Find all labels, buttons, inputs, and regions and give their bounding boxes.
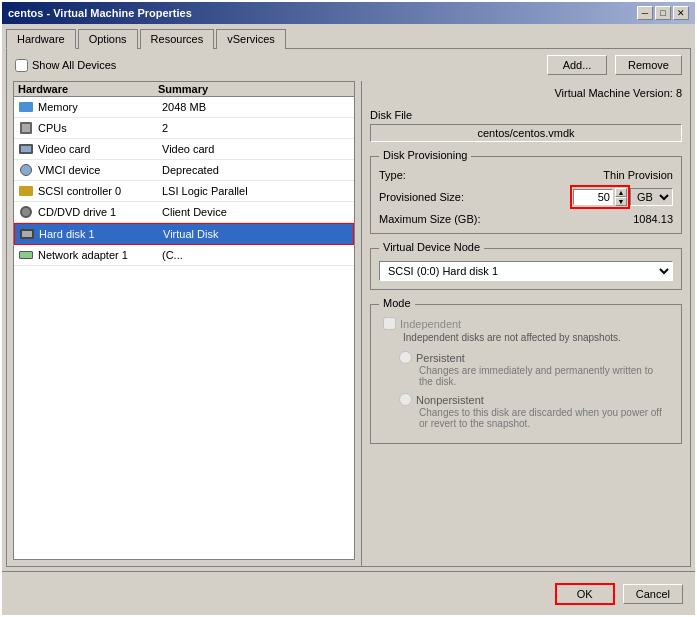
show-all-devices-text: Show All Devices [32,59,116,71]
tab-options[interactable]: Options [78,29,138,49]
independent-desc: Independent disks are not affected by sn… [403,332,669,343]
mode-label: Mode [379,297,415,309]
vm-version-label: Virtual Machine Version: 8 [554,87,682,99]
type-label: Type: [379,169,406,181]
tab-resources[interactable]: Resources [140,29,215,49]
vdn-group: Virtual Device Node SCSI (0:0) Hard disk… [370,248,682,290]
hw-row-summary: Client Device [162,206,350,218]
spin-buttons: ▲ ▼ [615,188,627,206]
persistent-label: Persistent [416,352,465,364]
toolbar: Show All Devices Add... Remove [7,49,690,81]
table-row[interactable]: Memory 2048 MB [14,97,354,118]
provision-size-row: Provisioned Size: ▲ ▼ GB MB TB [379,185,673,209]
independent-label: Independent [400,318,461,330]
persistent-radio[interactable] [399,351,412,364]
disk-file-group: Disk File centos/centos.vmdk [370,109,682,142]
hw-row-name: Video card [38,143,162,155]
max-size-label: Maximum Size (GB): [379,213,480,225]
nonpersistent-option: Nonpersistent [399,393,669,406]
persistent-option: Persistent [399,351,669,364]
tab-hardware[interactable]: Hardware [6,29,76,49]
spin-up-button[interactable]: ▲ [615,188,627,197]
table-row[interactable]: Video card Video card [14,139,354,160]
type-value: Thin Provision [603,169,673,181]
table-row[interactable]: CD/DVD drive 1 Client Device [14,202,354,223]
vmci-icon [18,162,34,178]
hw-row-summary: Video card [162,143,350,155]
ok-button[interactable]: OK [555,583,615,605]
nonpersistent-label: Nonpersistent [416,394,484,406]
disk-file-value: centos/centos.vmdk [370,124,682,142]
mode-group: Mode Independent Independent disks are n… [370,304,682,444]
disk-provisioning-group: Disk Provisioning Type: Thin Provision P… [370,156,682,234]
title-bar: centos - Virtual Machine Properties ─ □ … [2,2,695,24]
tab-vservices[interactable]: vServices [216,29,286,49]
close-button[interactable]: ✕ [673,6,689,20]
persistent-desc: Changes are immediately and permanently … [419,365,669,387]
minimize-button[interactable]: ─ [637,6,653,20]
table-row[interactable]: VMCI device Deprecated [14,160,354,181]
cancel-button[interactable]: Cancel [623,584,683,604]
table-header: Hardware Summary [14,82,354,97]
memory-icon [18,99,34,115]
maximize-button[interactable]: □ [655,6,671,20]
window-title: centos - Virtual Machine Properties [8,7,192,19]
main-window: centos - Virtual Machine Properties ─ □ … [0,0,697,617]
provision-size-label: Provisioned Size: [379,191,570,203]
show-all-devices-checkbox[interactable] [15,59,28,72]
unit-select[interactable]: GB MB TB [630,188,673,206]
hw-row-summary: 2 [162,122,350,134]
hw-row-name: Network adapter 1 [38,249,162,261]
table-row[interactable]: Hard disk 1 Virtual Disk [14,223,354,245]
provisioned-size-input-group: ▲ ▼ [570,185,630,209]
independent-checkbox[interactable] [383,317,396,330]
hdd-icon [19,226,35,242]
dvd-icon [18,204,34,220]
nic-icon [18,247,34,263]
left-pane: Hardware Summary Memory 2048 MB CPUs 2 V… [7,81,362,566]
hw-row-name: Memory [38,101,162,113]
main-content: Show All Devices Add... Remove Hardware … [6,48,691,567]
type-row: Type: Thin Provision [379,169,673,181]
display-icon [18,141,34,157]
tabs-bar: Hardware Options Resources vServices [2,24,695,48]
hw-row-name: Hard disk 1 [39,228,163,240]
independent-row: Independent [383,317,669,330]
split-pane: Hardware Summary Memory 2048 MB CPUs 2 V… [7,81,690,566]
table-row[interactable]: CPUs 2 [14,118,354,139]
vdn-select[interactable]: SCSI (0:0) Hard disk 1 [379,261,673,281]
hw-row-name: SCSI controller 0 [38,185,162,197]
remove-button[interactable]: Remove [615,55,682,75]
cpu-icon [18,120,34,136]
table-row[interactable]: Network adapter 1 (C... [14,245,354,266]
hw-row-name: CD/DVD drive 1 [38,206,162,218]
provisioned-size-input[interactable] [573,189,613,205]
add-button[interactable]: Add... [547,55,607,75]
nonpersistent-desc: Changes to this disk are discarded when … [419,407,669,429]
vdn-label: Virtual Device Node [379,241,484,253]
disk-file-label: Disk File [370,109,412,121]
hw-row-summary: Deprecated [162,164,350,176]
nonpersistent-radio[interactable] [399,393,412,406]
max-size-row: Maximum Size (GB): 1084.13 [379,213,673,225]
hw-row-name: VMCI device [38,164,162,176]
col-summary: Summary [158,83,350,95]
hw-row-name: CPUs [38,122,162,134]
right-pane: Virtual Machine Version: 8 Disk File cen… [362,81,690,566]
hw-row-summary: Virtual Disk [163,228,349,240]
table-row[interactable]: SCSI controller 0 LSI Logic Parallel [14,181,354,202]
hw-row-summary: (C... [162,249,350,261]
hw-row-summary: LSI Logic Parallel [162,185,350,197]
show-all-devices-label[interactable]: Show All Devices [15,59,116,72]
hw-row-summary: 2048 MB [162,101,350,113]
max-size-value: 1084.13 [633,213,673,225]
title-bar-buttons: ─ □ ✕ [637,6,689,20]
spin-down-button[interactable]: ▼ [615,197,627,206]
scsi-icon [18,183,34,199]
bottom-bar: OK Cancel [2,571,695,615]
hardware-table: Hardware Summary Memory 2048 MB CPUs 2 V… [13,81,355,560]
col-hardware: Hardware [18,83,158,95]
disk-provisioning-label: Disk Provisioning [379,149,471,161]
